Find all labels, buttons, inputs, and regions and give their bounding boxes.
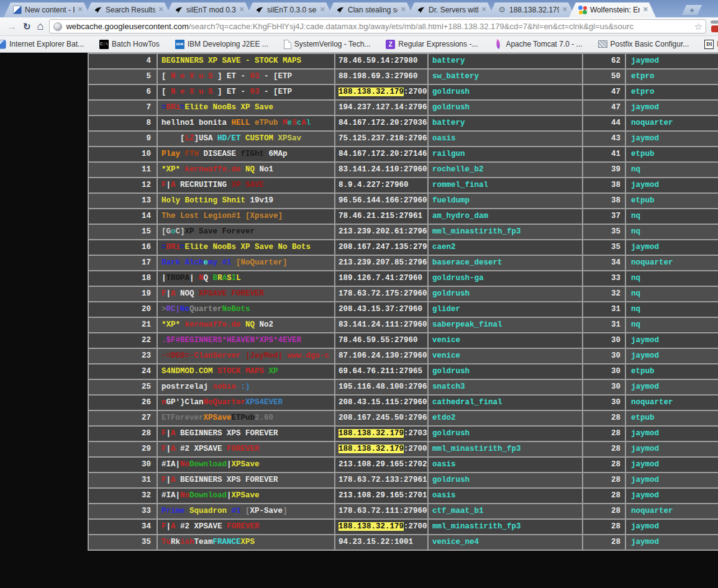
new-tab-button[interactable]: + bbox=[682, 5, 702, 15]
tab-close-icon[interactable]: × bbox=[320, 5, 325, 13]
map-name: oasis bbox=[429, 132, 583, 146]
bookmark-label: Postfix Basic Configur... bbox=[611, 40, 689, 48]
row-number: 19 bbox=[89, 287, 158, 301]
map-name: railgun bbox=[429, 147, 583, 161]
server-address: 188.138.32.179:27003 bbox=[335, 442, 429, 456]
bookmark-item-4[interactable]: SystemVerilog - Tech... bbox=[284, 40, 371, 49]
browser-tab-8[interactable]: Wolfenstein: En...× bbox=[569, 2, 656, 17]
player-count: 47 bbox=[583, 101, 626, 115]
row-number: 23 bbox=[89, 349, 158, 363]
server-name-segment: B bbox=[213, 274, 218, 283]
browser-tab-7[interactable]: ⚙188.138.32.179...× bbox=[488, 2, 575, 17]
row-number: 11 bbox=[89, 163, 158, 177]
mod-name: etpub bbox=[626, 194, 718, 208]
tab-close-icon[interactable]: × bbox=[643, 5, 648, 13]
bookmark-item-3[interactable]: IBMIBM Developing J2EE ... bbox=[175, 40, 268, 49]
server-address: 189.126.7.41:27960 bbox=[335, 271, 429, 286]
player-count: 35 bbox=[583, 240, 626, 255]
row-number: 28 bbox=[89, 427, 158, 441]
server-name-segment: 19v19 bbox=[245, 196, 273, 205]
bookmark-star-icon[interactable]: ☆ bbox=[694, 21, 702, 32]
server-name-segment: kernwaffe.de bbox=[185, 165, 241, 174]
tab-close-icon[interactable]: × bbox=[78, 5, 83, 13]
browser-tab-6[interactable]: Dr. Servers with...× bbox=[407, 2, 494, 17]
browser-toolbar: ← → ↻ ⌂ webcache.googleusercontent.com/s… bbox=[0, 17, 718, 36]
server-name-segment: = bbox=[180, 243, 185, 251]
server-name-segment: NQ bbox=[245, 165, 255, 174]
browser-tab-5[interactable]: Clan stealing se...× bbox=[327, 2, 414, 17]
mod-name: nq bbox=[626, 209, 718, 224]
server-name-segment: = bbox=[161, 103, 166, 112]
ip-text: 83.141.24.110 bbox=[339, 165, 399, 174]
bookmark-item-1[interactable]: Internet Explorer Bat... bbox=[0, 40, 84, 49]
mod-name: jaymod bbox=[626, 240, 718, 255]
tab-close-icon[interactable]: × bbox=[562, 5, 567, 13]
bookmark-item-7[interactable]: Postfix Basic Configur... bbox=[598, 40, 689, 48]
server-name: F|A BEGINNERS XPS FOREVER bbox=[158, 427, 335, 441]
tab-close-icon[interactable]: × bbox=[239, 5, 244, 13]
server-address: 8.9.4.227:27960 bbox=[335, 178, 429, 192]
server-name-segment: The Lost Legion#1 [Xpsave] bbox=[161, 212, 283, 220]
server-row-28: 28F|A BEGINNERS XPS FOREVER188.138.32.17… bbox=[89, 427, 718, 442]
tab-close-icon[interactable]: × bbox=[158, 5, 163, 13]
back-button[interactable]: ← bbox=[0, 22, 2, 32]
player-count: 37 bbox=[583, 209, 626, 224]
row-number: 14 bbox=[89, 209, 158, 224]
server-name-segment bbox=[208, 274, 213, 283]
home-button[interactable]: ⌂ bbox=[37, 22, 44, 31]
server-name-segment: A bbox=[171, 522, 176, 531]
map-name: cathedral_final bbox=[429, 396, 583, 410]
server-name-segment bbox=[194, 274, 199, 283]
server-name-segment: Rk bbox=[171, 538, 180, 546]
server-name-segment: FRANCE bbox=[213, 538, 241, 546]
map-name: goldrush-ga bbox=[429, 271, 583, 286]
bookmark-item-8[interactable]: DIDMCA Notice of Copy... bbox=[704, 40, 718, 49]
server-name: F|A #2 XPSAVE FOREVER bbox=[158, 520, 335, 534]
reload-button[interactable]: ↻ bbox=[23, 22, 31, 32]
browser-tab-3[interactable]: silEnT mod 0.3....× bbox=[165, 2, 252, 17]
browser-tab-2[interactable]: Search Results -...× bbox=[84, 2, 171, 17]
menu-red-icon bbox=[711, 25, 718, 32]
server-name-segment: Elite NooBs XP Save No Bots bbox=[185, 243, 311, 251]
tab-close-icon[interactable]: × bbox=[481, 5, 486, 13]
bookmark-item-6[interactable]: Apache Tomcat 7.0 - ... bbox=[493, 40, 582, 49]
server-name-segment bbox=[236, 382, 241, 391]
tab-close-icon[interactable]: × bbox=[401, 5, 406, 13]
map-name: goldrush bbox=[429, 101, 583, 115]
server-name-segment: -=DGS=- bbox=[161, 351, 194, 360]
browser-tab-4[interactable]: silEnT 0.3.0 ses...× bbox=[246, 2, 333, 17]
row-number: 21 bbox=[89, 318, 158, 332]
ip-text: 213.108.29.165 bbox=[339, 491, 404, 500]
server-name-segment bbox=[250, 119, 255, 127]
bookmark-item-5[interactable]: ZRegular Expressions -... bbox=[386, 40, 478, 49]
map-name: goldrush bbox=[429, 473, 583, 487]
server-row-27: 27ETForeverXPSaveETPub2.60208.167.245.50… bbox=[89, 411, 718, 427]
server-name-segment: [G bbox=[161, 227, 171, 236]
row-number: 13 bbox=[89, 194, 158, 208]
server-name-segment: | bbox=[161, 274, 166, 283]
address-bar[interactable]: webcache.googleusercontent.com/search?q=… bbox=[49, 19, 706, 34]
player-count: 31 bbox=[583, 302, 626, 317]
player-count: 30 bbox=[583, 396, 626, 410]
browser-tab-1[interactable]: New content - I...× bbox=[4, 2, 91, 17]
ip-text: 78.46.21.215 bbox=[339, 212, 394, 220]
player-count: 30 bbox=[583, 349, 626, 363]
server-name-segment: | bbox=[166, 476, 171, 484]
server-name-segment: BEGINNERS XPS FOREVER bbox=[176, 429, 278, 438]
mod-name: jaymod bbox=[626, 54, 718, 68]
map-name: etdo2 bbox=[429, 411, 583, 425]
server-name: F|A BEGINNERS XPS FOREVER bbox=[158, 473, 335, 487]
server-name-segment: 03 bbox=[250, 88, 260, 96]
server-address: 208.43.15.115:27960 bbox=[335, 396, 429, 410]
player-count: 38 bbox=[583, 194, 626, 208]
server-name: hellno1 bonita HELL eTPub MeScAl bbox=[158, 116, 335, 130]
tab-strip: New content - I...×Search Results -...×s… bbox=[0, 0, 718, 17]
forward-button[interactable]: → bbox=[7, 22, 17, 32]
menu-button-cutoff[interactable] bbox=[709, 19, 718, 35]
server-address: 78.46.21.215:27961 bbox=[335, 209, 429, 224]
server-name: *XP* kernwaffe.de NQ No2 bbox=[158, 318, 335, 332]
bookmark-item-2[interactable]: C:\Batch HowTos bbox=[99, 40, 160, 49]
row-number: 27 bbox=[89, 411, 158, 425]
server-name-segment bbox=[264, 367, 269, 376]
row-number: 4 bbox=[89, 54, 158, 68]
